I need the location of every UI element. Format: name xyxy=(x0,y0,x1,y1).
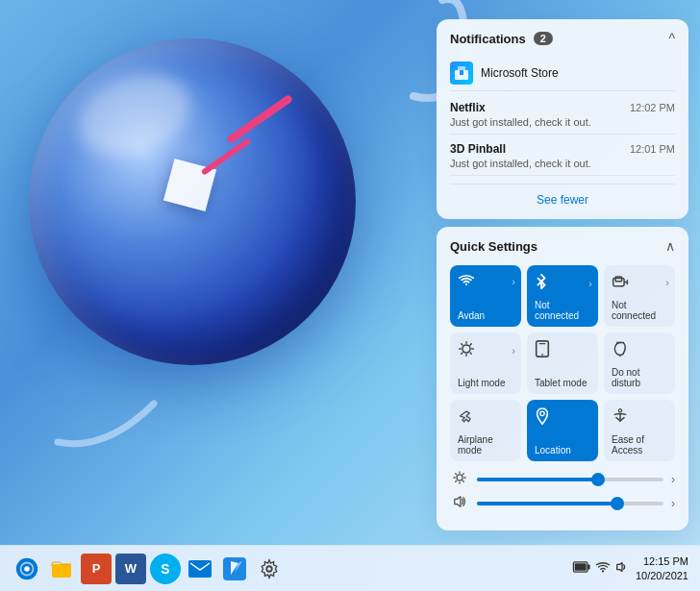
notifications-title-area: Notifications 2 xyxy=(450,32,553,46)
taskbar: P W S xyxy=(0,545,700,591)
svg-line-15 xyxy=(462,353,462,354)
clock-time: 12:15 PM xyxy=(636,554,688,568)
notif-desc-pinball: Just got installed, check it out. xyxy=(450,158,675,169)
svg-rect-4 xyxy=(615,277,622,282)
qs-label-location: Location xyxy=(535,445,592,456)
qs-tile-dnd[interactable]: Do not disturb xyxy=(604,332,675,394)
quick-settings-grid: › Avdan › Not con xyxy=(450,265,675,461)
word-button[interactable]: W xyxy=(115,554,146,584)
qs-tile-tablet-mode[interactable]: Tablet mode xyxy=(527,332,598,394)
brightness-thumb[interactable] xyxy=(591,473,605,486)
svg-line-33 xyxy=(456,480,457,481)
svg-point-20 xyxy=(540,411,545,416)
taskbar-left: P W S xyxy=(12,554,285,584)
notifications-header: Notifications 2 ^ xyxy=(450,31,675,46)
qs-tile-location[interactable]: Location xyxy=(527,400,598,461)
svg-rect-42 xyxy=(588,564,590,569)
ease-of-access-icon xyxy=(612,407,629,429)
svg-point-21 xyxy=(618,409,621,412)
wallpaper-orb xyxy=(29,38,394,423)
svg-point-25 xyxy=(457,475,462,480)
qs-label-dnd: Do not disturb xyxy=(612,367,669,388)
svg-point-17 xyxy=(541,354,543,356)
see-fewer-link[interactable]: See fewer xyxy=(537,193,588,207)
qs-label-vpn: Not connected xyxy=(612,300,669,321)
quick-settings-collapse-button[interactable]: ∧ xyxy=(665,238,675,254)
notifications-title: Notifications xyxy=(450,32,526,46)
skype-label: S xyxy=(161,561,169,577)
system-tray xyxy=(572,560,630,577)
svg-line-14 xyxy=(470,344,471,345)
svg-rect-2 xyxy=(460,70,463,75)
vpn-icon xyxy=(612,273,629,292)
notif-time-pinball: 12:01 PM xyxy=(630,143,675,155)
location-icon xyxy=(535,407,550,429)
svg-line-32 xyxy=(462,474,463,475)
qs-tile-bluetooth[interactable]: › Not connected xyxy=(527,265,598,327)
notifications-card: Notifications 2 ^ Microsoft Store Netfli… xyxy=(437,19,688,219)
settings-button[interactable] xyxy=(254,554,285,584)
qs-label-airplane: Airplane mode xyxy=(458,434,515,456)
ms-store-label: Microsoft Store xyxy=(481,66,559,80)
notif-item-netflix: Netflix 12:02 PM Just got installed, che… xyxy=(450,97,675,135)
qs-tile-ease-of-access[interactable]: Ease of Access xyxy=(604,400,675,461)
airplane-icon xyxy=(458,407,475,429)
notif-time-netflix: 12:02 PM xyxy=(630,102,675,113)
qs-tile-vpn[interactable]: › Not connected xyxy=(604,265,675,327)
quick-settings-title: Quick Settings xyxy=(450,239,538,254)
brightness-expand-icon[interactable]: › xyxy=(671,473,675,486)
tablet-mode-icon xyxy=(535,340,550,361)
wifi-arrow-icon: › xyxy=(512,276,515,287)
notif-desc-netflix: Just got installed, check it out. xyxy=(450,116,675,128)
see-fewer-section: See fewer xyxy=(450,184,675,208)
qs-label-ease-of-access: Ease of Access xyxy=(612,434,669,456)
svg-rect-37 xyxy=(52,564,71,578)
desktop: Notifications 2 ^ Microsoft Store Netfli… xyxy=(0,0,700,591)
powerpoint-label: P xyxy=(92,561,101,576)
svg-rect-43 xyxy=(575,563,587,571)
tray-sound-icon xyxy=(614,560,630,577)
action-center-panel: Notifications 2 ^ Microsoft Store Netfli… xyxy=(437,19,688,530)
maps-button[interactable] xyxy=(219,554,250,584)
qs-label-tablet-mode: Tablet mode xyxy=(535,378,592,388)
svg-point-36 xyxy=(24,566,30,572)
qs-tile-light-mode[interactable]: › Light mode xyxy=(450,332,521,394)
clock-date: 10/20/2021 xyxy=(636,569,688,582)
clock[interactable]: 12:15 PM 10/20/2021 xyxy=(636,554,688,582)
volume-expand-icon[interactable]: › xyxy=(671,497,675,510)
wifi-icon xyxy=(458,273,475,290)
qs-label-wifi: Avdan xyxy=(458,310,515,321)
file-explorer-button[interactable] xyxy=(46,554,77,584)
svg-point-7 xyxy=(462,345,470,353)
volume-slider-row: › xyxy=(450,495,675,511)
bluetooth-arrow-icon: › xyxy=(588,278,592,289)
svg-line-13 xyxy=(470,353,471,354)
word-label: W xyxy=(125,561,137,576)
svg-rect-38 xyxy=(188,560,212,578)
svg-point-40 xyxy=(266,566,272,572)
cortana-button[interactable] xyxy=(12,554,42,584)
ms-store-row: Microsoft Store xyxy=(450,56,675,91)
notifications-collapse-button[interactable]: ^ xyxy=(668,31,675,46)
tray-wifi-icon xyxy=(595,560,611,577)
notif-app-pinball: 3D Pinball xyxy=(450,142,506,156)
volume-slider[interactable] xyxy=(477,502,663,505)
notif-item-pinball: 3D Pinball 12:01 PM Just got installed, … xyxy=(450,138,675,176)
notifications-badge: 2 xyxy=(534,32,553,45)
taskbar-right: 12:15 PM 10/20/2021 xyxy=(572,554,688,582)
volume-icon xyxy=(450,495,469,511)
svg-line-30 xyxy=(456,474,457,475)
powerpoint-button[interactable]: P xyxy=(81,554,112,584)
brightness-slider[interactable] xyxy=(477,478,663,481)
skype-button[interactable]: S xyxy=(150,554,181,584)
volume-thumb[interactable] xyxy=(611,497,624,510)
mail-button[interactable] xyxy=(185,554,215,584)
brightness-icon xyxy=(450,471,469,487)
qs-tile-wifi[interactable]: › Avdan xyxy=(450,265,521,327)
svg-line-31 xyxy=(462,480,463,481)
qs-tile-airplane[interactable]: Airplane mode xyxy=(450,400,521,461)
ms-store-icon xyxy=(450,62,473,85)
bluetooth-icon xyxy=(535,273,548,294)
vpn-arrow-icon: › xyxy=(665,277,669,288)
brightness-slider-row: › xyxy=(450,471,675,487)
